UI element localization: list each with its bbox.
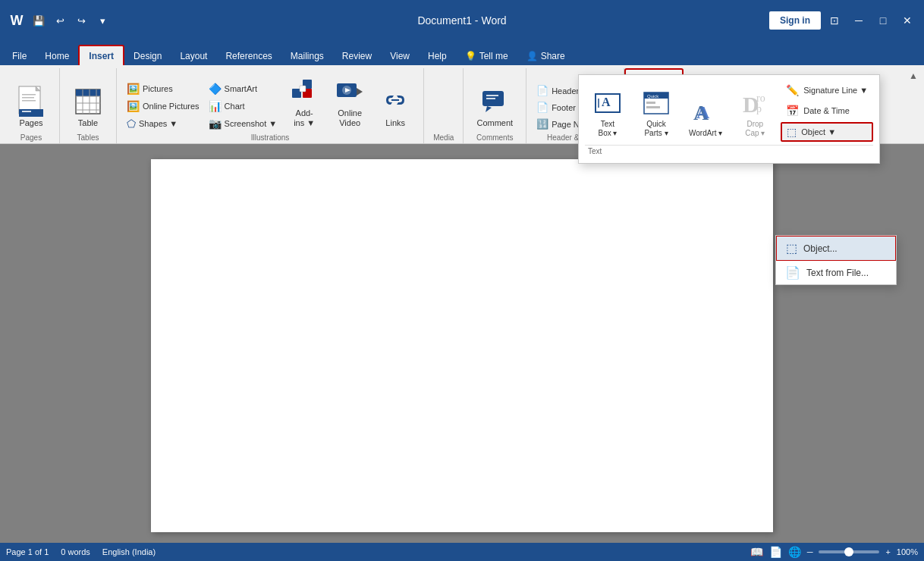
footer-icon: 📄 — [536, 102, 548, 113]
text-dropdown: A TextBox ▾ Quick QuickParts ▾ — [578, 74, 880, 164]
tab-share[interactable]: 👤 Share — [517, 46, 574, 65]
undo-button[interactable]: ↩ — [50, 11, 70, 30]
drop-cap-button[interactable]: D ro p DropCap ▾ — [732, 84, 778, 142]
object-icon: ⬚ — [787, 126, 797, 138]
comment-icon — [479, 86, 510, 117]
illustrations-group-label: Illustrations — [123, 132, 417, 143]
svg-text:Quick: Quick — [647, 94, 659, 99]
ribbon-tabs: File Home Insert Design Layout Reference… — [0, 41, 924, 65]
addins-button[interactable]: Add-ins ▼ — [282, 73, 326, 132]
status-right: 📖 📄 🌐 ─ + 100% — [750, 546, 918, 558]
wordart-button[interactable]: A A WordArt ▾ — [682, 93, 729, 142]
sign-in-button[interactable]: Sign in — [769, 11, 821, 30]
smartart-button[interactable]: 🔷 SmartArt — [205, 80, 281, 97]
screenshot-button[interactable]: 📷 Screenshot ▼ — [205, 115, 281, 132]
language: English (India) — [102, 547, 156, 556]
chart-icon: 📊 — [209, 100, 222, 112]
wordart-label: WordArt ▾ — [689, 129, 722, 138]
table-button[interactable]: Table — [66, 83, 110, 132]
table-icon — [73, 86, 103, 117]
tab-tell-me[interactable]: 💡 Tell me — [456, 46, 517, 65]
read-mode-icon[interactable]: 📖 — [750, 546, 763, 558]
document-page[interactable] — [151, 159, 773, 532]
tab-file[interactable]: File — [3, 46, 36, 65]
svg-text:ro: ro — [756, 92, 765, 104]
document-area — [0, 144, 924, 547]
pictures-icon: 🖼️ — [127, 83, 140, 95]
tab-references[interactable]: References — [216, 46, 281, 65]
print-layout-icon[interactable]: 📄 — [769, 546, 782, 558]
online-pictures-icon: 🖼️ — [127, 100, 140, 112]
svg-rect-26 — [486, 95, 498, 96]
illustrations-items: 🖼️ Pictures 🖼️ Online Pictures ⬠ Shapes … — [123, 70, 417, 132]
restore-ribbon-button[interactable]: ⊡ — [824, 10, 845, 31]
zoom-slider[interactable] — [819, 550, 879, 553]
save-button[interactable]: 💾 — [29, 11, 49, 30]
comment-button[interactable]: Comment — [470, 83, 520, 132]
quick-access-dropdown[interactable]: ▾ — [93, 11, 112, 30]
tab-review[interactable]: Review — [333, 46, 381, 65]
tab-mailings[interactable]: Mailings — [281, 46, 333, 65]
tab-help[interactable]: Help — [419, 46, 456, 65]
pictures-button[interactable]: 🖼️ Pictures — [123, 80, 203, 97]
quick-parts-label: QuickParts ▾ — [644, 120, 668, 138]
object-submenu-object[interactable]: ⬚ Object... — [776, 236, 896, 261]
object-submenu-object-label: Object... — [803, 243, 838, 254]
collapse-ribbon-button[interactable]: ▲ — [906, 68, 921, 83]
tables-group: Table Tables — [60, 68, 117, 143]
pages-group-label: Pages — [9, 132, 53, 143]
web-layout-icon[interactable]: 🌐 — [788, 546, 801, 558]
tables-group-label: Tables — [66, 132, 110, 143]
dropdown-right-col: ✏️ Signature Line ▼ 📅 Date & Time ⬚ Obje… — [781, 81, 873, 142]
svg-rect-34 — [646, 106, 660, 108]
quick-parts-button[interactable]: Quick QuickParts ▾ — [633, 84, 679, 142]
drop-cap-icon: D ro p — [740, 88, 770, 118]
close-button[interactable]: ✕ — [897, 10, 918, 31]
minimize-button[interactable]: ─ — [848, 10, 869, 31]
illustrations-group: 🖼️ Pictures 🖼️ Online Pictures ⬠ Shapes … — [117, 68, 424, 143]
object-submenu: ⬚ Object... 📄 Text from File... — [775, 235, 897, 285]
online-pictures-label: Online Pictures — [143, 102, 200, 111]
object-submenu-text-from-file-label: Text from File... — [806, 268, 869, 278]
links-label: Links — [385, 118, 405, 128]
svg-rect-18 — [300, 86, 306, 92]
media-group-label: Media — [430, 132, 457, 143]
svg-marker-25 — [486, 106, 492, 112]
text-box-button[interactable]: A TextBox ▾ — [585, 84, 630, 142]
svg-rect-4 — [22, 100, 36, 102]
links-button[interactable]: Links — [373, 83, 417, 132]
lightbulb-icon: 💡 — [465, 51, 476, 61]
comments-group-label: Comments — [470, 132, 520, 143]
signature-line-label: Signature Line ▼ — [803, 86, 868, 95]
svg-rect-27 — [486, 98, 495, 99]
object-button[interactable]: ⬚ Object ▼ — [781, 122, 873, 142]
pages-button[interactable]: Pages — [9, 83, 53, 132]
shapes-button[interactable]: ⬠ Shapes ▼ — [123, 115, 203, 132]
zoom-in-button[interactable]: + — [885, 547, 890, 556]
object-submenu-text-from-file[interactable]: 📄 Text from File... — [776, 261, 896, 284]
svg-text:A: A — [602, 96, 611, 108]
chart-button[interactable]: 📊 Chart — [205, 98, 281, 114]
text-box-icon: A — [592, 88, 623, 118]
online-pictures-button[interactable]: 🖼️ Online Pictures — [123, 98, 203, 114]
pages-label: Pages — [19, 118, 42, 128]
maximize-button[interactable]: □ — [872, 10, 894, 31]
online-video-label: OnlineVideo — [338, 108, 362, 128]
tab-home[interactable]: Home — [36, 46, 78, 65]
zoom-out-button[interactable]: ─ — [807, 547, 813, 556]
text-dropdown-label: Text — [585, 145, 873, 157]
tab-layout[interactable]: Layout — [171, 46, 216, 65]
signature-line-button[interactable]: ✏️ Signature Line ▼ — [781, 81, 873, 99]
status-bar: Page 1 of 1 0 words English (India) 📖 📄 … — [0, 543, 924, 561]
tab-insert[interactable]: Insert — [78, 45, 124, 65]
document-title: Document1 - Word — [417, 14, 506, 27]
zoom-thumb — [844, 547, 853, 556]
illus-col1: 🖼️ Pictures 🖼️ Online Pictures ⬠ Shapes … — [123, 80, 203, 132]
tab-view[interactable]: View — [381, 46, 419, 65]
redo-button[interactable]: ↪ — [71, 11, 91, 30]
word-count: 0 words — [61, 547, 90, 556]
tab-design[interactable]: Design — [124, 46, 171, 65]
svg-rect-2 — [22, 94, 36, 96]
online-video-button[interactable]: OnlineVideo — [328, 73, 372, 132]
date-time-button[interactable]: 📅 Date & Time — [781, 102, 873, 120]
